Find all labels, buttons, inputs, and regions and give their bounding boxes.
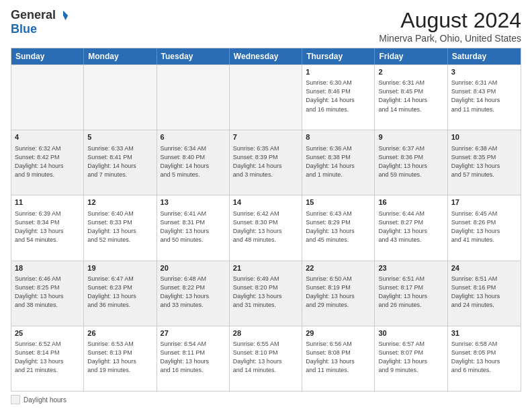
svg-marker-1 [63,15,68,20]
cal-cell [157,65,230,130]
cell-info: Sunrise: 6:40 AM Sunset: 8:33 PM Dayligh… [87,210,152,244]
legend-box [11,395,20,404]
logo: General Blue [11,8,69,36]
day-number: 11 [15,197,80,208]
header-friday: Friday [375,48,447,64]
day-number: 2 [378,67,443,77]
day-number: 29 [306,328,371,338]
cal-cell: 29Sunrise: 6:56 AM Sunset: 8:08 PM Dayli… [302,326,375,391]
cell-info: Sunrise: 6:50 AM Sunset: 8:19 PM Dayligh… [306,275,371,310]
cal-cell: 7Sunrise: 6:35 AM Sunset: 8:39 PM Daylig… [230,130,302,195]
day-number: 24 [451,263,517,273]
location: Minerva Park, Ohio, United States [379,33,521,44]
header: General Blue August 2024 Minerva Park, O… [11,8,521,44]
cell-info: Sunrise: 6:48 AM Sunset: 8:22 PM Dayligh… [161,275,226,310]
cal-cell: 10Sunrise: 6:38 AM Sunset: 8:35 PM Dayli… [448,130,521,195]
month-title: August 2024 [379,8,521,33]
day-number: 12 [87,197,152,208]
calendar: Sunday Monday Tuesday Wednesday Thursday… [11,48,521,392]
cell-info: Sunrise: 6:32 AM Sunset: 8:42 PM Dayligh… [15,144,80,179]
cal-cell: 23Sunrise: 6:51 AM Sunset: 8:17 PM Dayli… [375,261,447,326]
cal-cell: 18Sunrise: 6:46 AM Sunset: 8:25 PM Dayli… [11,261,84,326]
cal-row-4: 18Sunrise: 6:46 AM Sunset: 8:25 PM Dayli… [11,261,521,326]
header-tuesday: Tuesday [157,48,230,64]
day-number: 27 [161,328,226,338]
calendar-body: 1Sunrise: 6:30 AM Sunset: 8:46 PM Daylig… [11,64,521,391]
cal-row-5: 25Sunrise: 6:52 AM Sunset: 8:14 PM Dayli… [11,326,521,391]
cell-info: Sunrise: 6:47 AM Sunset: 8:23 PM Dayligh… [87,275,152,310]
day-number: 21 [233,263,298,273]
day-number: 1 [306,67,371,77]
day-number: 9 [378,132,443,142]
cell-info: Sunrise: 6:37 AM Sunset: 8:36 PM Dayligh… [378,144,443,179]
cell-info: Sunrise: 6:38 AM Sunset: 8:35 PM Dayligh… [451,144,517,179]
cal-cell: 24Sunrise: 6:51 AM Sunset: 8:16 PM Dayli… [448,261,521,326]
header-monday: Monday [84,48,157,64]
day-number: 4 [15,132,80,142]
header-wednesday: Wednesday [230,48,302,64]
cal-cell: 12Sunrise: 6:40 AM Sunset: 8:33 PM Dayli… [84,195,157,260]
cell-info: Sunrise: 6:30 AM Sunset: 8:46 PM Dayligh… [306,79,371,113]
cell-info: Sunrise: 6:35 AM Sunset: 8:39 PM Dayligh… [233,144,298,179]
logo-icon [57,9,69,21]
day-number: 16 [378,197,443,208]
cell-info: Sunrise: 6:54 AM Sunset: 8:11 PM Dayligh… [161,340,226,375]
header-thursday: Thursday [302,48,375,64]
cal-cell: 9Sunrise: 6:37 AM Sunset: 8:36 PM Daylig… [375,130,447,195]
day-number: 7 [233,132,298,142]
cell-info: Sunrise: 6:33 AM Sunset: 8:41 PM Dayligh… [87,144,152,179]
page: General Blue August 2024 Minerva Park, O… [0,0,532,411]
cell-info: Sunrise: 6:55 AM Sunset: 8:10 PM Dayligh… [233,340,298,375]
cell-info: Sunrise: 6:56 AM Sunset: 8:08 PM Dayligh… [306,340,371,375]
day-number: 5 [87,132,152,142]
cal-cell: 26Sunrise: 6:53 AM Sunset: 8:13 PM Dayli… [84,326,157,391]
cal-cell: 20Sunrise: 6:48 AM Sunset: 8:22 PM Dayli… [157,261,230,326]
day-number: 18 [15,263,80,273]
svg-marker-0 [63,10,68,15]
cell-info: Sunrise: 6:51 AM Sunset: 8:17 PM Dayligh… [378,275,443,310]
logo-general: General [11,8,56,22]
day-number: 22 [306,263,371,273]
cal-cell: 13Sunrise: 6:41 AM Sunset: 8:31 PM Dayli… [157,195,230,260]
header-sunday: Sunday [11,48,84,64]
cal-cell: 19Sunrise: 6:47 AM Sunset: 8:23 PM Dayli… [84,261,157,326]
cal-cell: 14Sunrise: 6:42 AM Sunset: 8:30 PM Dayli… [230,195,302,260]
cell-info: Sunrise: 6:34 AM Sunset: 8:40 PM Dayligh… [161,144,226,179]
footer: Daylight hours [11,395,521,404]
cal-cell: 3Sunrise: 6:31 AM Sunset: 8:43 PM Daylig… [448,65,521,130]
day-number: 17 [451,197,517,208]
cal-cell [84,65,157,130]
cal-cell: 27Sunrise: 6:54 AM Sunset: 8:11 PM Dayli… [157,326,230,391]
cell-info: Sunrise: 6:44 AM Sunset: 8:27 PM Dayligh… [378,210,443,244]
day-number: 6 [161,132,226,142]
cal-cell: 11Sunrise: 6:39 AM Sunset: 8:34 PM Dayli… [11,195,84,260]
cal-cell: 4Sunrise: 6:32 AM Sunset: 8:42 PM Daylig… [11,130,84,195]
cell-info: Sunrise: 6:58 AM Sunset: 8:05 PM Dayligh… [451,340,517,375]
day-number: 8 [306,132,371,142]
cell-info: Sunrise: 6:49 AM Sunset: 8:20 PM Dayligh… [233,275,298,310]
cell-info: Sunrise: 6:43 AM Sunset: 8:29 PM Dayligh… [306,210,371,244]
cell-info: Sunrise: 6:42 AM Sunset: 8:30 PM Dayligh… [233,210,298,244]
day-number: 19 [87,263,152,273]
calendar-header: Sunday Monday Tuesday Wednesday Thursday… [11,48,521,64]
cal-cell: 25Sunrise: 6:52 AM Sunset: 8:14 PM Dayli… [11,326,84,391]
day-number: 15 [306,197,371,208]
day-number: 28 [233,328,298,338]
cell-info: Sunrise: 6:31 AM Sunset: 8:43 PM Dayligh… [451,79,517,113]
cal-cell: 1Sunrise: 6:30 AM Sunset: 8:46 PM Daylig… [302,65,375,130]
cal-cell: 16Sunrise: 6:44 AM Sunset: 8:27 PM Dayli… [375,195,447,260]
cell-info: Sunrise: 6:41 AM Sunset: 8:31 PM Dayligh… [161,210,226,244]
day-number: 23 [378,263,443,273]
cal-cell: 6Sunrise: 6:34 AM Sunset: 8:40 PM Daylig… [157,130,230,195]
cell-info: Sunrise: 6:52 AM Sunset: 8:14 PM Dayligh… [15,340,80,375]
title-block: August 2024 Minerva Park, Ohio, United S… [379,8,521,44]
day-number: 10 [451,132,517,142]
day-number: 26 [87,328,152,338]
cal-cell: 17Sunrise: 6:45 AM Sunset: 8:26 PM Dayli… [448,195,521,260]
cal-cell: 30Sunrise: 6:57 AM Sunset: 8:07 PM Dayli… [375,326,447,391]
day-number: 13 [161,197,226,208]
cal-row-1: 1Sunrise: 6:30 AM Sunset: 8:46 PM Daylig… [11,64,521,130]
cal-cell: 5Sunrise: 6:33 AM Sunset: 8:41 PM Daylig… [84,130,157,195]
cal-cell: 15Sunrise: 6:43 AM Sunset: 8:29 PM Dayli… [302,195,375,260]
day-number: 25 [15,328,80,338]
